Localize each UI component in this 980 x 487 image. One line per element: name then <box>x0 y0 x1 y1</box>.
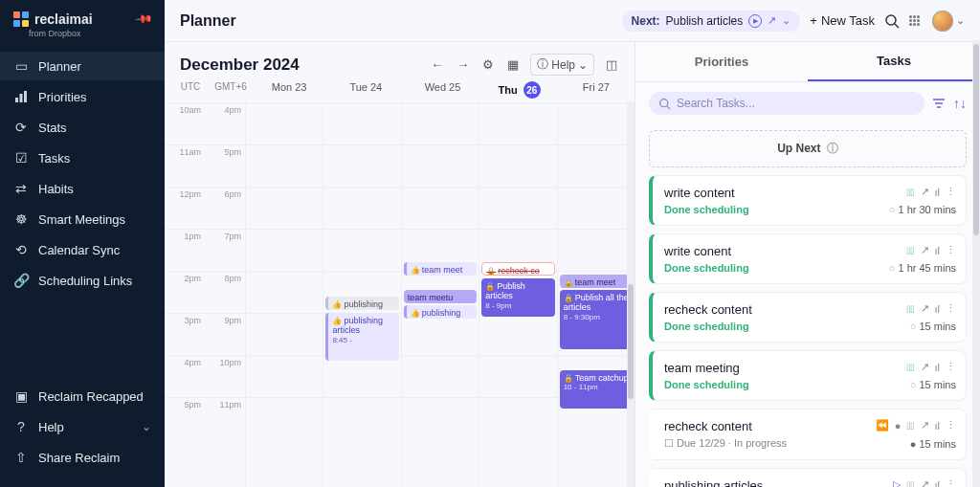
open-icon[interactable]: ↗ <box>921 244 929 256</box>
content: December 2024 ← → ⚙ ▦ ⓘ Help ⌄ ◫ UTC GMT… <box>165 42 980 487</box>
priority-icon[interactable]: ıl <box>935 420 941 432</box>
day-column-tue[interactable]: publishingpublishing articles8:45 - <box>323 102 400 487</box>
rewind-icon[interactable]: ⏪ <box>876 419 889 432</box>
calendar-event[interactable]: Team catchup10 - 11pm <box>560 370 633 409</box>
next-label: Next: <box>632 14 660 28</box>
sidebar-label: Help <box>38 420 64 434</box>
calendar-event[interactable]: team meet <box>560 275 633 288</box>
date-picker-icon[interactable]: ▦ <box>505 55 521 74</box>
priority-icon[interactable]: ıl <box>935 303 941 315</box>
sidebar-item-habits[interactable]: ⇄ Habits <box>0 174 165 203</box>
task-card[interactable]: write contentDone scheduling✓⃝↗ıl⋮1 hr 3… <box>649 175 967 226</box>
day-header-wed[interactable]: Wed 25 <box>404 81 480 99</box>
calendar-event[interactable]: Publish articles8 - 9pm <box>481 278 554 317</box>
more-icon[interactable]: ⋮ <box>946 244 956 256</box>
priority-icon[interactable]: ıl <box>935 187 941 198</box>
calendar-grid[interactable]: 10am11am12pm1pm2pm3pm4pm5pm 4pm5pm6pm7pm… <box>165 102 635 487</box>
prev-button[interactable]: ← <box>429 55 445 74</box>
priority-icon[interactable]: ıl <box>935 362 941 373</box>
sidebar-item-smart-meetings[interactable]: ☸ Smart Meetings <box>0 205 165 233</box>
help-icon: ? <box>13 419 29 434</box>
brand-logo[interactable]: reclaimai 📌 <box>0 11 165 31</box>
chevron-down-icon[interactable]: ⌄ <box>782 14 791 27</box>
help-dropdown[interactable]: ⓘ Help ⌄ <box>530 54 594 76</box>
calendar-scrollbar[interactable] <box>627 102 635 487</box>
sidebar-item-priorities[interactable]: Priorities <box>0 82 165 111</box>
sidebar-item-stats[interactable]: ⟳ Stats <box>0 113 165 142</box>
svg-point-5 <box>660 99 668 106</box>
sidebar-item-planner[interactable]: ▭ Planner <box>0 52 165 80</box>
day-column-thu[interactable]: recheck coPublish articles8 - 9pm <box>479 102 556 487</box>
panel-toggle-icon[interactable]: ◫ <box>604 55 619 74</box>
search-tasks-input[interactable]: Search Tasks... <box>649 92 924 115</box>
open-icon[interactable]: ↗ <box>921 302 929 315</box>
sidebar-item-recapped[interactable]: ▣ Reclaim Recapped <box>0 382 165 410</box>
more-icon[interactable]: ⋮ <box>946 361 956 373</box>
day-header-mon[interactable]: Mon 23 <box>251 81 327 99</box>
sort-icon[interactable]: ↑↓ <box>953 96 967 111</box>
next-task-pill[interactable]: Next: Publish articles ▶ ↗ ⌄ <box>622 11 801 32</box>
next-button[interactable]: → <box>455 55 471 74</box>
sidebar-item-calendar-sync[interactable]: ⟲ Calendar Sync <box>0 235 165 264</box>
open-icon[interactable]: ↗ <box>921 186 929 198</box>
link-icon: 🔗 <box>13 273 29 288</box>
open-icon[interactable]: ↗ <box>921 419 929 432</box>
open-icon[interactable]: ↗ <box>921 361 929 373</box>
day-column-mon[interactable] <box>245 102 323 487</box>
check-icon[interactable]: ✓⃝ <box>906 420 914 432</box>
task-actions: ✓⃝↗ıl⋮ <box>906 186 956 198</box>
calendar-event[interactable]: publishing <box>325 297 398 310</box>
up-next-section[interactable]: Up Next ⓘ <box>649 130 967 167</box>
more-icon[interactable]: ⋮ <box>946 419 956 432</box>
sidebar-item-share[interactable]: ⇧ Share Reclaim <box>0 443 165 472</box>
calendar-event[interactable]: recheck co <box>481 262 554 276</box>
day-header-tue[interactable]: Tue 24 <box>327 81 404 99</box>
stop-icon[interactable]: ● <box>895 420 902 432</box>
sidebar-item-help[interactable]: ? Help ⌄ <box>0 412 165 441</box>
open-icon[interactable]: ↗ <box>921 478 929 487</box>
pin-icon[interactable]: 📌 <box>134 10 153 29</box>
task-card[interactable]: write conentDone scheduling✓⃝↗ıl⋮1 hr 45… <box>649 233 967 284</box>
open-icon[interactable]: ↗ <box>768 14 776 27</box>
tz-utc[interactable]: UTC <box>170 81 211 99</box>
play-icon[interactable]: ▶ <box>748 14 762 28</box>
filter-icon[interactable] <box>932 97 946 110</box>
sidebar-item-tasks[interactable]: ☑ Tasks <box>0 144 165 172</box>
task-card[interactable]: publishing articles☐ Due 12/29▷✓⃝↗ıl⋮1 h… <box>649 468 967 487</box>
priority-icon[interactable]: ıl <box>935 245 941 256</box>
help-circle-icon: ⓘ <box>537 56 548 73</box>
calendar-event[interactable]: Publish all the articles8 - 9:30pm <box>560 290 633 349</box>
calendar-event[interactable]: publishing articles8:45 - <box>325 313 398 361</box>
apps-icon[interactable] <box>909 15 923 26</box>
sidebar: reclaimai 📌 from Dropbox ▭ Planner Prior… <box>0 0 165 487</box>
more-icon[interactable]: ⋮ <box>946 478 956 487</box>
more-icon[interactable]: ⋮ <box>946 302 956 315</box>
calendar-event[interactable]: team meetu <box>404 290 477 303</box>
sidebar-item-scheduling-links[interactable]: 🔗 Scheduling Links <box>0 266 165 295</box>
task-card[interactable]: team meetingDone scheduling✓⃝↗ıl⋮15 mins <box>649 350 967 401</box>
sidebar-label: Reclaim Recapped <box>38 389 144 404</box>
play-icon[interactable]: ▷ <box>893 478 901 487</box>
tab-priorities[interactable]: Priorities <box>635 42 808 81</box>
search-button[interactable] <box>884 13 900 29</box>
task-card[interactable]: recheck content☐ Due 12/29 · In progress… <box>649 409 967 460</box>
profile-menu[interactable]: ⌄ <box>932 11 965 32</box>
svg-line-4 <box>895 24 899 28</box>
settings-icon[interactable]: ⚙ <box>480 55 496 74</box>
day-column-wed[interactable]: team meetteam meetupublishing <box>401 102 479 487</box>
more-icon[interactable]: ⋮ <box>946 186 956 198</box>
new-task-button[interactable]: + New Task <box>810 13 875 28</box>
tasks-toolbar: Search Tasks... ↑↓ <box>635 82 980 124</box>
task-card[interactable]: recheck contentDone scheduling✓⃝↗ıl⋮15 m… <box>649 292 967 343</box>
day-header-thu[interactable]: Thu 26 <box>481 81 558 99</box>
check-icon[interactable]: ✓⃝ <box>906 479 914 488</box>
priority-icon[interactable]: ıl <box>935 479 941 488</box>
tz-gmt6[interactable]: GMT+6 <box>211 81 251 99</box>
day-header-fri[interactable]: Fri 27 <box>558 81 635 99</box>
tasks-scrollbar[interactable] <box>972 42 980 487</box>
calendar-event[interactable]: publishing <box>404 305 477 319</box>
tab-tasks[interactable]: Tasks <box>808 42 980 81</box>
task-actions: ▷✓⃝↗ıl⋮ <box>893 478 956 487</box>
calendar-event[interactable]: team meet <box>404 262 477 276</box>
day-column-fri[interactable]: team meetPublish all the articles8 - 9:3… <box>557 102 635 487</box>
